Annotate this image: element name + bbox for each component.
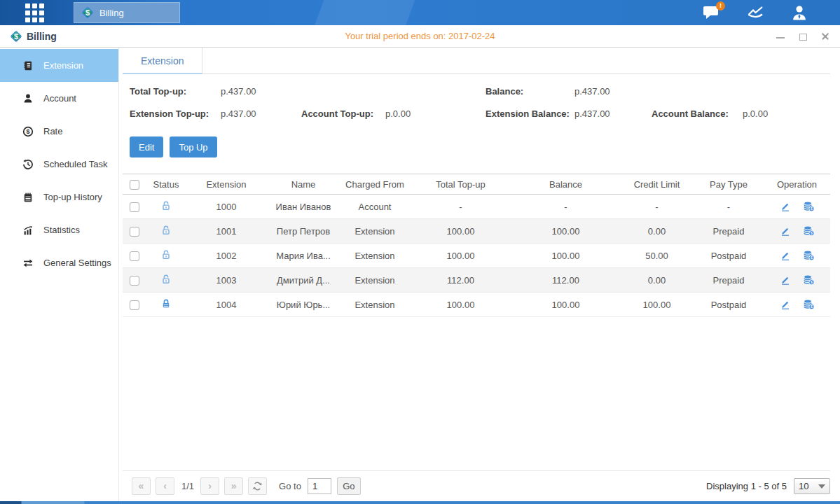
tab-extension[interactable]: Extension (123, 48, 202, 74)
bottom-taskbar-strip (0, 501, 840, 504)
row-checkbox[interactable] (130, 300, 139, 310)
sidebar-item-extension[interactable]: Extension (0, 49, 118, 82)
lock-open-icon[interactable] (160, 249, 172, 260)
top-up-coins-icon[interactable]: $ (803, 201, 815, 212)
topup-history-ledger-icon (22, 191, 34, 204)
cell-credit-limit: - (620, 202, 694, 212)
edit-button[interactable]: Edit (130, 136, 163, 158)
lock-open-icon[interactable] (160, 200, 172, 211)
cell-charged-from: Extension (340, 226, 410, 237)
summary-value: p.0.00 (385, 108, 486, 119)
cell-name: Мария Ива... (267, 251, 340, 261)
edit-pencil-icon[interactable] (780, 201, 791, 212)
trial-notice: Your trial period ends on: 2017-02-24 (0, 31, 840, 41)
select-all-checkbox[interactable] (130, 180, 139, 190)
main-panel: Extension Total Top-up: p.437.00 Balance… (119, 48, 840, 501)
cell-balance: 100.00 (511, 226, 620, 237)
pagination-bar: « ‹ 1/1 › » Go to Go Displaying 1 - 5 of… (123, 470, 830, 501)
top-up-coins-icon[interactable]: $ (803, 250, 815, 261)
row-checkbox[interactable] (130, 251, 139, 261)
go-button[interactable]: Go (337, 477, 361, 495)
goto-page-input[interactable] (308, 478, 331, 494)
scheduled-task-clock-icon (22, 158, 34, 171)
summary-label: Total Top-up: (130, 86, 221, 97)
taskbar-tab-label: Billing (99, 8, 124, 18)
top-up-coins-icon[interactable]: $ (803, 274, 815, 286)
last-page-icon[interactable]: » (224, 477, 243, 495)
column-header-balance: Balance (511, 179, 620, 190)
prev-page-icon[interactable]: ‹ (156, 477, 174, 495)
sidebar-item-label: General Settings (43, 258, 111, 268)
lock-closed-icon[interactable] (160, 298, 172, 309)
first-page-icon[interactable]: « (132, 477, 151, 495)
cell-charged-from: Account (340, 202, 410, 212)
top-up-button[interactable]: Top Up (170, 136, 216, 158)
summary-value: p.437.00 (574, 108, 652, 119)
table-body: 1000 Иван Иванов Account - - - - $ 1001 … (123, 195, 830, 317)
refresh-icon[interactable] (248, 477, 267, 495)
notification-badge: ! (716, 1, 725, 10)
column-header-name: Name (267, 179, 340, 190)
column-header-total-top-up: Total Top-up (410, 179, 511, 190)
summary-value: p.437.00 (574, 86, 830, 97)
sidebar-item-account[interactable]: Account (0, 82, 118, 115)
sidebar-item-label: Scheduled Task (43, 159, 108, 169)
cell-credit-limit: 50.00 (620, 251, 694, 261)
cell-credit-limit: 0.00 (620, 226, 694, 237)
table-row: 1001 Петр Петров Extension 100.00 100.00… (123, 219, 830, 244)
column-header-charged-from: Charged From (340, 179, 410, 190)
taskbar-tab-billing[interactable]: $ Billing (74, 2, 180, 23)
cell-pay-type: Postpaid (694, 251, 764, 261)
sidebar-item-top-up-history[interactable]: Top-up History (0, 181, 118, 214)
summary-label: Account Top-up: (301, 108, 385, 119)
cell-balance: 112.00 (511, 275, 620, 286)
edit-pencil-icon[interactable] (780, 299, 791, 310)
chevron-down-icon (818, 484, 825, 489)
column-header-extension: Extension (186, 179, 267, 190)
sidebar-item-label: Account (43, 93, 76, 104)
edit-pencil-icon[interactable] (780, 274, 791, 286)
row-checkbox[interactable] (130, 276, 139, 286)
table-header: Status Extension Name Charged From Total… (123, 174, 830, 195)
summary-value: p.437.00 (221, 108, 301, 119)
extensions-table: Status Extension Name Charged From Total… (123, 174, 830, 317)
messages-icon[interactable]: ! (703, 5, 720, 20)
billing-diamond-icon: $ (81, 6, 94, 19)
chart-icon[interactable] (747, 5, 764, 20)
cell-total-top-up: - (410, 202, 511, 212)
cell-pay-type: Postpaid (694, 300, 764, 310)
table-row: 1002 Мария Ива... Extension 100.00 100.0… (123, 244, 830, 268)
lock-open-icon[interactable] (160, 274, 172, 285)
row-checkbox[interactable] (130, 227, 139, 237)
cell-total-top-up: 112.00 (410, 275, 511, 286)
next-page-icon[interactable]: › (200, 477, 219, 495)
sidebar-item-statistics[interactable]: Statistics (0, 214, 118, 246)
displaying-text: Displaying 1 - 5 of 5 (706, 481, 787, 491)
rate-dollar-icon: $ (22, 125, 34, 138)
top-up-coins-icon[interactable]: $ (803, 299, 815, 310)
row-checkbox[interactable] (130, 202, 139, 212)
sidebar-item-rate[interactable]: $ Rate (0, 115, 118, 148)
summary-label: Extension Top-up: (130, 108, 221, 119)
edit-pencil-icon[interactable] (780, 225, 791, 237)
cell-pay-type: Prepaid (694, 275, 764, 286)
close-icon[interactable] (820, 31, 830, 41)
sidebar-item-general-settings[interactable]: General Settings (0, 246, 118, 279)
cell-name: Иван Иванов (267, 202, 340, 212)
app-grid-icon[interactable] (25, 4, 44, 22)
summary-label: Extension Balance: (486, 108, 574, 119)
minimize-icon[interactable] (776, 31, 785, 41)
sidebar: Extension Account $ Rate Scheduled Task … (0, 48, 119, 501)
cell-name: Юрий Юрь... (267, 300, 340, 310)
cell-charged-from: Extension (340, 300, 410, 310)
maximize-icon[interactable] (798, 31, 808, 41)
column-header-status: Status (146, 179, 186, 190)
window-titlebar: $ Billing Your trial period ends on: 201… (0, 25, 840, 48)
edit-pencil-icon[interactable] (780, 250, 791, 261)
lock-open-icon[interactable] (160, 225, 172, 236)
user-icon[interactable] (791, 5, 808, 21)
cell-extension: 1001 (186, 226, 267, 237)
top-up-coins-icon[interactable]: $ (803, 225, 815, 237)
page-size-select[interactable]: 10 (794, 478, 830, 494)
sidebar-item-scheduled-task[interactable]: Scheduled Task (0, 148, 118, 181)
